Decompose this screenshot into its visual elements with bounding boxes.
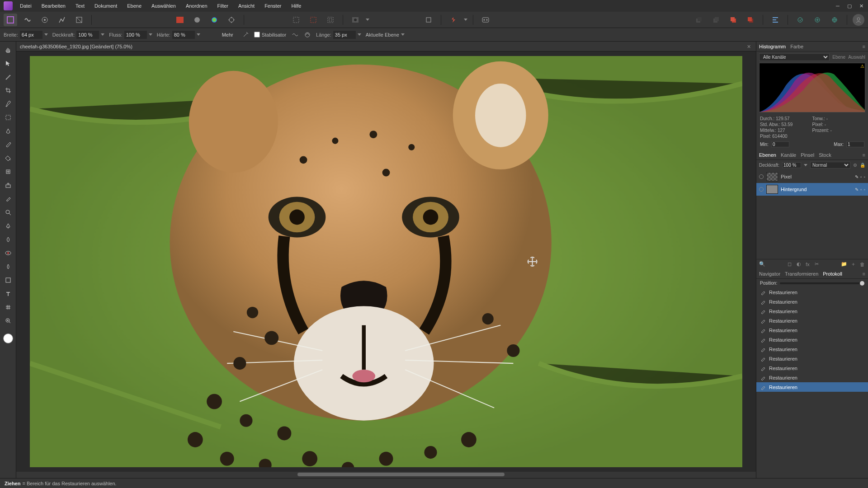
hist-layer-tab[interactable]: Ebene bbox=[832, 55, 845, 60]
canvas-viewport[interactable] bbox=[16, 52, 756, 472]
stabilizer-checkbox[interactable] bbox=[254, 32, 260, 38]
healing-brush-tool[interactable] bbox=[3, 166, 14, 177]
hist-selection-tab[interactable]: Auswahl bbox=[848, 55, 865, 60]
menu-text[interactable]: Text bbox=[74, 2, 86, 9]
group-icon[interactable]: 📁 bbox=[841, 261, 847, 267]
menu-dokument[interactable]: Dokument bbox=[93, 2, 119, 9]
cloud-add-button[interactable] bbox=[811, 14, 824, 26]
opacity-input[interactable] bbox=[76, 31, 99, 39]
account-avatar[interactable] bbox=[853, 14, 864, 26]
more-button[interactable]: Mehr bbox=[218, 31, 237, 38]
persona-photo-button[interactable] bbox=[4, 14, 17, 26]
autowb-button[interactable] bbox=[225, 14, 238, 26]
close-button[interactable]: ✕ bbox=[858, 3, 864, 9]
layer-edit-icon[interactable]: ✎ bbox=[855, 187, 859, 192]
layer-link-icon[interactable]: ◦ bbox=[863, 174, 865, 179]
history-item[interactable]: Restaurieren bbox=[756, 335, 868, 344]
history-slider[interactable] bbox=[780, 282, 864, 284]
persona-export-button[interactable] bbox=[72, 14, 86, 26]
color-picker-tool[interactable] bbox=[3, 71, 14, 82]
nav-menu-icon[interactable]: ≡ bbox=[863, 271, 865, 277]
layers-tab[interactable]: Ebenen bbox=[759, 152, 776, 158]
width-input[interactable] bbox=[20, 31, 42, 39]
horizontal-scrollbar[interactable] bbox=[16, 472, 756, 478]
selection-brush-tool[interactable] bbox=[3, 99, 14, 109]
transform-tab[interactable]: Transformieren bbox=[785, 271, 818, 277]
align-button[interactable] bbox=[769, 14, 782, 26]
hardness-input[interactable] bbox=[172, 31, 195, 39]
crop-tool[interactable] bbox=[3, 85, 14, 96]
brush-settings-icon[interactable] bbox=[241, 31, 250, 39]
menu-hilfe[interactable]: Hilfe bbox=[289, 2, 303, 9]
minimize-button[interactable]: ─ bbox=[835, 3, 841, 9]
channel-select[interactable]: Alle Kanäle bbox=[759, 53, 830, 61]
order-front-button[interactable] bbox=[744, 14, 757, 26]
hardness-dropdown[interactable] bbox=[197, 33, 200, 36]
layer-opacity-dropdown[interactable] bbox=[804, 164, 807, 166]
layers-menu-icon[interactable]: ≡ bbox=[863, 152, 865, 158]
adjustment-icon[interactable]: ◐ bbox=[796, 261, 802, 267]
history-item[interactable]: Restaurieren bbox=[756, 363, 868, 373]
redeye-tool[interactable] bbox=[3, 248, 14, 258]
layer-link-icon[interactable]: ◦ bbox=[863, 187, 865, 192]
layer-row[interactable]: Hintergrund ✎▫◦ bbox=[756, 183, 868, 196]
persona-tone-button[interactable] bbox=[55, 14, 69, 26]
snap-button[interactable] bbox=[447, 14, 460, 26]
navigator-tab[interactable]: Navigator bbox=[759, 271, 780, 277]
history-item[interactable]: Restaurieren bbox=[756, 325, 868, 335]
menu-auswählen[interactable]: Auswählen bbox=[150, 2, 178, 9]
autocolor-button[interactable] bbox=[173, 14, 187, 26]
menu-filter[interactable]: Filter bbox=[216, 2, 230, 9]
marquee-tool[interactable] bbox=[3, 112, 14, 123]
blur-tool[interactable] bbox=[3, 261, 14, 272]
crop-toggle-button[interactable] bbox=[422, 14, 435, 26]
window-mode-icon[interactable] bbox=[303, 31, 311, 39]
color-swatch[interactable] bbox=[3, 333, 13, 343]
smudge-tool[interactable] bbox=[3, 234, 14, 245]
selection-add-button[interactable] bbox=[307, 14, 320, 26]
selection-new-button[interactable] bbox=[289, 14, 303, 26]
length-dropdown[interactable] bbox=[358, 33, 361, 36]
max-input[interactable] bbox=[846, 141, 864, 147]
sync-button[interactable] bbox=[793, 14, 807, 26]
layer-lock-icon[interactable]: 🔒 bbox=[860, 163, 865, 168]
flow-input[interactable] bbox=[124, 31, 147, 39]
pen-tool[interactable] bbox=[3, 221, 14, 231]
length-input[interactable] bbox=[333, 31, 356, 39]
brushes-tab[interactable]: Pinsel bbox=[801, 152, 814, 158]
selection-sub-button[interactable] bbox=[324, 14, 337, 26]
min-input[interactable] bbox=[771, 141, 789, 147]
crop-layer-icon[interactable]: ✂ bbox=[814, 261, 820, 267]
fill-tool[interactable] bbox=[3, 153, 14, 164]
layer-edit-icon[interactable]: ✎ bbox=[855, 174, 859, 179]
layer-opacity-input[interactable] bbox=[782, 162, 801, 168]
menu-ansicht[interactable]: Ansicht bbox=[236, 2, 256, 9]
history-item[interactable]: Restaurieren bbox=[756, 344, 868, 354]
history-item[interactable]: Restaurieren bbox=[756, 373, 868, 382]
move-tool[interactable] bbox=[3, 58, 14, 69]
current-layer-select[interactable]: Aktuelle Ebene bbox=[366, 32, 399, 38]
opacity-dropdown[interactable] bbox=[101, 33, 104, 36]
text-tool[interactable] bbox=[3, 288, 14, 299]
persona-develop-button[interactable] bbox=[38, 14, 52, 26]
menu-datei[interactable]: Datei bbox=[18, 2, 33, 9]
width-dropdown[interactable] bbox=[44, 33, 48, 36]
layer-row[interactable]: Pixel ✎▫◦ bbox=[756, 170, 868, 183]
delete-layer-icon[interactable]: 🗑 bbox=[859, 261, 865, 267]
tab-close-icon[interactable]: ✕ bbox=[747, 44, 752, 49]
blend-mode-select[interactable]: Normal bbox=[810, 162, 850, 169]
layer-search-icon[interactable]: 🔍 bbox=[759, 261, 765, 267]
erase-tool[interactable] bbox=[3, 193, 14, 204]
layer-visibility-icon[interactable] bbox=[759, 187, 764, 192]
mesh-tool[interactable] bbox=[3, 302, 14, 313]
autolevels-button[interactable] bbox=[190, 14, 204, 26]
histogram-tab[interactable]: Histogramm bbox=[759, 44, 786, 49]
history-item[interactable]: Restaurieren bbox=[756, 297, 868, 306]
order-back-button[interactable] bbox=[692, 14, 706, 26]
history-item[interactable]: Restaurieren bbox=[756, 354, 868, 363]
flood-select-tool[interactable] bbox=[3, 126, 14, 136]
dodge-tool[interactable] bbox=[3, 207, 14, 218]
channels-tab[interactable]: Kanäle bbox=[781, 152, 796, 158]
stock-tab[interactable]: Stock bbox=[819, 152, 831, 158]
add-layer-icon[interactable]: ＋ bbox=[850, 261, 856, 267]
